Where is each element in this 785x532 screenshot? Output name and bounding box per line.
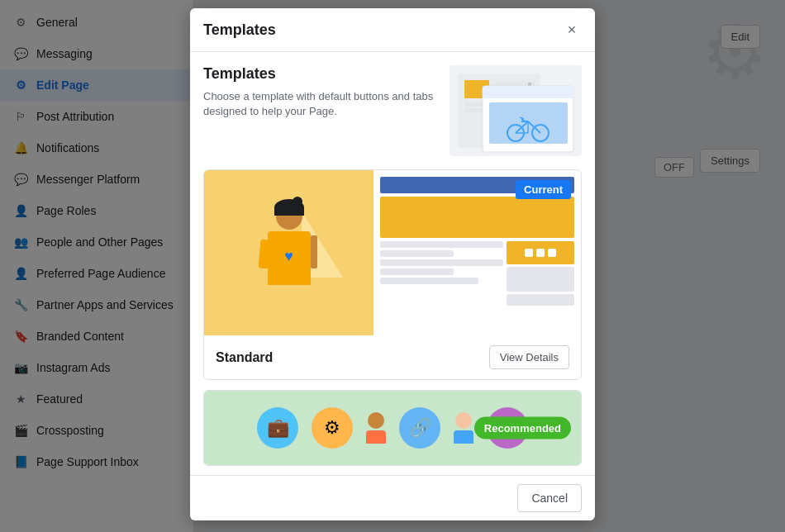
person-arm xyxy=(258,240,270,269)
widget-item-3 xyxy=(548,249,556,257)
close-button[interactable]: × xyxy=(562,20,582,40)
std-main xyxy=(380,241,503,329)
body-1 xyxy=(366,430,386,444)
person-body: ♥ xyxy=(268,231,311,285)
body-2 xyxy=(454,430,473,444)
widget-item-2 xyxy=(536,249,545,257)
head-2 xyxy=(455,412,472,429)
modal-body: Templates Choose a template with default… xyxy=(190,52,595,475)
std-banner xyxy=(380,197,574,238)
widget-gray xyxy=(507,267,574,292)
modal-overlay[interactable]: Templates × Templates Choose a template … xyxy=(0,0,785,532)
rec-person-2 xyxy=(454,412,473,444)
std-person: ♥ xyxy=(256,203,322,302)
head-1 xyxy=(368,412,384,429)
recommended-badge: Recommended xyxy=(474,417,571,439)
standard-template-image: ♥ xyxy=(204,170,581,335)
settings-circle: ⚙ xyxy=(312,407,353,449)
heart-icon: ♥ xyxy=(284,248,293,265)
banner-illustration-svg xyxy=(450,65,582,156)
banner-text: Templates Choose a template with default… xyxy=(203,65,436,119)
widget-item-1 xyxy=(525,249,533,257)
modal-footer: Cancel xyxy=(190,475,595,520)
modal-title: Templates xyxy=(203,21,276,39)
bag-strap xyxy=(311,235,317,268)
bar-3 xyxy=(380,259,503,266)
templates-modal: Templates × Templates Choose a template … xyxy=(190,8,595,520)
svg-rect-8 xyxy=(483,93,573,98)
template-card-recommended: 💼 ⚙ 🔗 📄 Rec xyxy=(203,390,582,466)
std-content xyxy=(380,241,574,329)
banner-heading: Templates xyxy=(203,65,436,83)
widget-yellow xyxy=(507,241,574,264)
briefcase-circle: 💼 xyxy=(257,407,298,449)
rec-person-1 xyxy=(366,412,386,444)
standard-template-footer: Standard View Details xyxy=(204,335,581,379)
hair-bun xyxy=(293,197,302,207)
network-circle: 🔗 xyxy=(399,407,440,449)
std-sidebar-r xyxy=(507,241,574,329)
cancel-button[interactable]: Cancel xyxy=(517,484,582,512)
person-head xyxy=(276,203,302,230)
bar-5 xyxy=(380,278,478,284)
standard-template-name: Standard xyxy=(216,350,273,365)
banner-illustration xyxy=(450,65,582,156)
bar-4 xyxy=(380,268,454,275)
recommended-template-image: 💼 ⚙ 🔗 📄 Rec xyxy=(204,391,581,465)
widget-small xyxy=(507,294,574,306)
bar-2 xyxy=(380,250,454,257)
view-details-button-standard[interactable]: View Details xyxy=(489,345,569,369)
current-badge: Current xyxy=(516,180,571,199)
banner-card: Templates Choose a template with default… xyxy=(203,65,582,156)
modal-header: Templates × xyxy=(190,8,595,52)
recommended-illustration: 💼 ⚙ 🔗 📄 Rec xyxy=(204,391,581,465)
template-card-standard: ♥ xyxy=(203,169,582,380)
banner-description: Choose a template with default buttons a… xyxy=(203,89,436,119)
std-left: ♥ xyxy=(204,170,373,335)
bar-1 xyxy=(380,241,503,248)
